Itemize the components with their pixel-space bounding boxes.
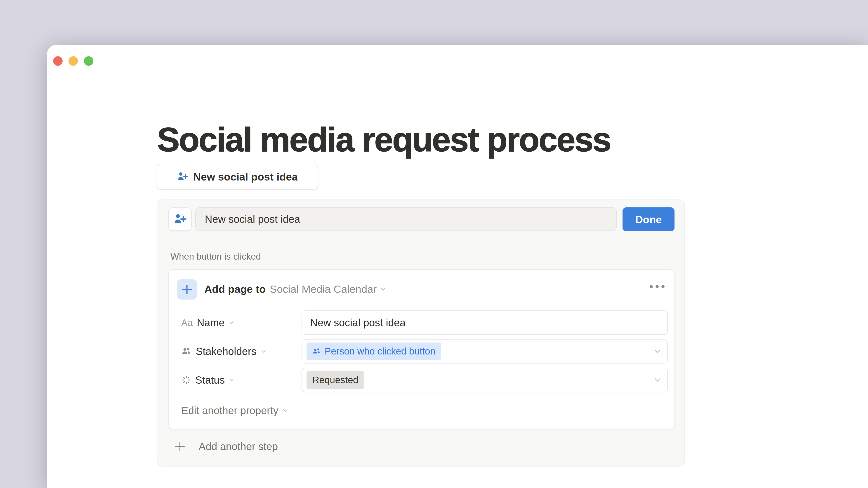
page-title: Social media request process	[157, 121, 611, 158]
ellipsis-icon	[650, 285, 664, 288]
button-name-value: New social post idea	[205, 213, 300, 225]
stakeholders-value-text: Person who clicked button	[324, 346, 435, 357]
text-property-icon: Aa	[181, 318, 193, 328]
chevron-down-icon	[282, 408, 288, 414]
button-name-input[interactable]: New social post idea	[195, 207, 617, 231]
done-button[interactable]: Done	[622, 207, 675, 231]
chevron-down-icon	[654, 376, 661, 384]
stakeholders-value-chip[interactable]: Person who clicked button	[307, 343, 441, 360]
close-button[interactable]	[53, 56, 63, 66]
action-step-card: Add page to Social Media Calendar	[168, 269, 675, 429]
property-selector-stakeholders[interactable]: Stakeholders	[181, 339, 267, 363]
add-another-step-label: Add another step	[199, 440, 278, 453]
property-status-label: Status	[195, 374, 225, 386]
new-post-trigger-label: New social post idea	[193, 170, 298, 183]
action-label: Add page to	[204, 283, 266, 295]
chevron-down-icon	[229, 320, 235, 326]
edit-another-property-button[interactable]: Edit another property	[181, 404, 288, 417]
button-editor-panel: New social post idea Done When button is…	[157, 199, 685, 466]
status-value-chip[interactable]: Requested	[307, 371, 364, 389]
plus-icon	[174, 440, 186, 453]
chevron-down-icon	[229, 377, 235, 383]
property-name-label: Name	[197, 317, 225, 329]
chevron-down-icon	[654, 348, 661, 355]
name-value-text: New social post idea	[302, 317, 405, 329]
new-post-trigger-button[interactable]: New social post idea	[157, 164, 318, 190]
status-value-text: Requested	[312, 375, 358, 385]
property-selector-name[interactable]: Aa Name	[181, 311, 235, 335]
add-page-action-icon	[177, 279, 197, 300]
chevron-down-icon	[260, 348, 267, 354]
add-another-step-button[interactable]: Add another step	[174, 440, 278, 453]
person-plus-icon	[174, 213, 186, 226]
step-menu-button[interactable]	[650, 285, 664, 288]
property-selector-status[interactable]: Status	[181, 368, 235, 392]
window-controls	[53, 56, 93, 66]
trigger-caption: When button is clicked	[170, 252, 261, 262]
name-value-input[interactable]: New social post idea	[302, 311, 668, 335]
minimize-button[interactable]	[68, 56, 78, 66]
stakeholders-value-select[interactable]: Person who clicked button	[302, 339, 668, 363]
chevron-down-icon	[380, 286, 386, 293]
status-value-select[interactable]: Requested	[302, 368, 668, 392]
person-plus-icon	[177, 171, 188, 182]
action-header: Add page to Social Media Calendar	[204, 283, 386, 295]
zoom-button[interactable]	[84, 56, 93, 66]
property-stakeholders-label: Stakeholders	[196, 345, 256, 357]
people-icon	[312, 347, 321, 356]
app-window: Social media request process New social …	[47, 45, 868, 488]
people-icon	[181, 346, 192, 357]
status-icon	[181, 375, 191, 385]
desktop-background: Social media request process New social …	[0, 0, 868, 488]
button-icon-picker[interactable]	[168, 207, 192, 231]
target-database-label: Social Media Calendar	[270, 283, 377, 295]
target-database-select[interactable]: Social Media Calendar	[270, 283, 387, 295]
edit-another-property-label: Edit another property	[181, 404, 278, 417]
